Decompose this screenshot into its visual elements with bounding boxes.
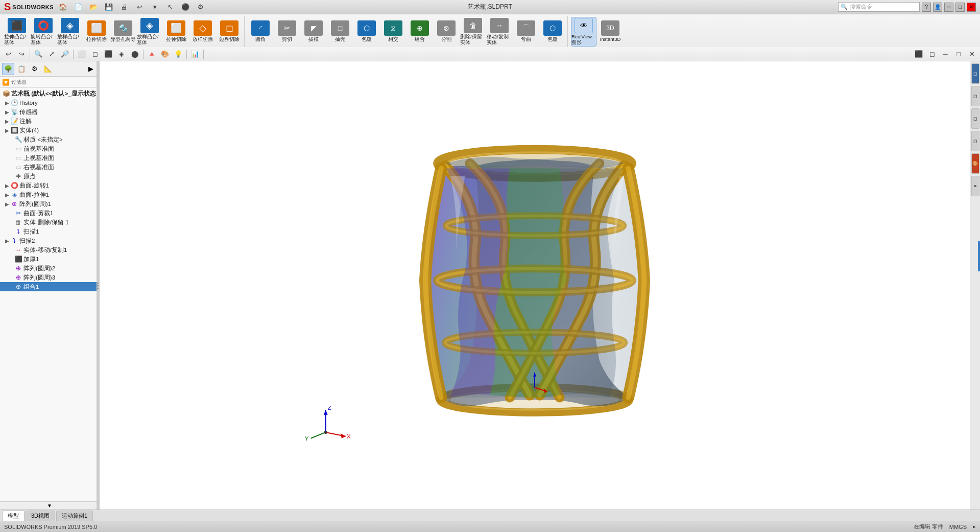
tree-pattern-circular3[interactable]: ▶ ⊕ 阵列(圆周)3 [0,273,99,282]
loft-cut-btn[interactable]: ◇ 放样切除 [190,17,216,47]
extrude-cut-btn[interactable]: ⬜ 拉伸切除 [84,17,109,47]
view-sect-btn[interactable]: ◻ [89,49,101,60]
minimize-btn[interactable]: ─ [944,3,953,12]
right-btn-2[interactable]: ◻ [971,86,979,106]
tree-combine1[interactable]: ▶ ⊕ 组合1 [0,282,99,291]
tree-right-plane[interactable]: ▶ ▭ 右视基准面 [0,163,99,172]
back-btn[interactable]: ↩ [2,49,14,60]
settings-btn[interactable]: ⚫ [179,2,192,13]
zoom-in-btn[interactable]: 🔍 [32,49,44,60]
loft-boss2-btn[interactable]: ◈ 放样凸台/基体 [137,17,162,47]
help-icon[interactable]: ? [922,3,931,12]
color-btn[interactable]: 🎨 [159,49,171,60]
restore-btn[interactable]: □ [955,3,965,12]
gear-btn[interactable]: ⚙ [195,2,207,13]
scene-btn[interactable]: 💡 [172,49,184,60]
extrude-cut2-btn[interactable]: ⬜ 拉伸切除 [163,17,189,47]
tree-solid-move1[interactable]: ▶ ↔ 实体-移动/复制1 [0,245,99,255]
right-btn-5[interactable]: 🎨 [971,153,979,174]
fillet-btn[interactable]: ◜ 圆角 [248,17,273,47]
intersect-btn[interactable]: ⧖ 相交 [380,17,406,47]
view-close-btn[interactable]: ✕ [966,49,978,60]
tree-pattern-circular2[interactable]: ▶ ⊕ 阵列(圆周)2 [0,264,99,273]
surface-revolve1-expand[interactable]: ▶ [4,182,10,189]
scroll-indicator[interactable] [978,241,980,271]
tab-motion1[interactable]: 运动算例1 [56,511,93,521]
right-btn-6[interactable]: ≡ [971,176,979,196]
sidebar-resizer[interactable] [97,61,99,510]
save-btn[interactable]: 💾 [103,2,115,13]
right-btn-3[interactable]: ◻ [971,108,979,129]
extrude-boss-btn[interactable]: ⬛ 拉伸凸台/基体 [4,17,30,47]
right-btn-1[interactable]: ◻ [971,63,979,84]
tile-btn[interactable]: ⬛ [913,49,925,60]
shell-btn[interactable]: □ 抽壳 [327,17,353,47]
tree-surface-trim1[interactable]: ▶ ✂ 曲面-剪裁1 [0,209,99,218]
annotation-tab[interactable]: 📐 [42,63,54,75]
view-min-btn[interactable]: ─ [939,49,951,60]
loft-boss-btn[interactable]: ◈ 放样凸台/基体 [57,17,83,47]
open-btn[interactable]: 📂 [87,2,100,13]
right-btn-4[interactable]: ◻ [971,131,979,151]
tree-solid-delete1[interactable]: ▶ 🗑 实体-删除/保留 1 [0,218,99,227]
tree-sensors[interactable]: ▶ 📡 传感器 [0,107,99,117]
new-btn[interactable]: 📄 [72,2,84,13]
view-orient-btn[interactable]: ⬜ [76,49,88,60]
config-tab[interactable]: ⚙ [29,63,41,75]
annotations-expand[interactable]: ▶ [4,118,10,124]
chamfer-btn[interactable]: ✂ 剪切 [274,17,300,47]
sweep2-expand[interactable]: ▶ [4,238,10,244]
shading-btn[interactable]: 🔺 [146,49,158,60]
move-body-btn[interactable]: ↔ 移动/复制实体 [487,17,512,47]
tree-top-plane[interactable]: ▶ ▭ 上视基准面 [0,153,99,163]
user-icon[interactable]: 👤 [933,3,942,12]
surface-loft1-expand[interactable]: ▶ [4,192,10,198]
hole-wizard-btn[interactable]: 🔩 异型孔向导 [110,17,136,47]
view-hide-btn[interactable]: ◈ [115,49,128,60]
tree-sweep1[interactable]: ▶ ⤵ 扫描1 [0,227,99,236]
solid-bodies-expand[interactable]: ▶ [4,127,10,133]
tab-model[interactable]: 模型 [2,511,25,521]
boundary-cut-btn[interactable]: ◻ 边界切除 [217,17,242,47]
tree-material[interactable]: ▶ 🔧 材质 <未指定> [0,135,99,144]
instant3d-btn[interactable]: 3D Instant3D [597,17,623,47]
undo-btn[interactable]: ↩ [133,2,146,13]
viewport[interactable]: Z X Y [100,61,970,510]
tree-solid-bodies[interactable]: ▶ 🔲 实体(4) [0,126,99,135]
tree-surface-loft1[interactable]: ▶ ◈ 曲面-拉伸1 [0,190,99,199]
sensors-expand[interactable]: ▶ [4,109,10,115]
view-restore-btn[interactable]: □ [952,49,965,60]
tree-history[interactable]: ▶ 🕒 History [0,98,99,107]
tree-annotations[interactable]: ▶ 📝 注解 [0,117,99,126]
window-btn[interactable]: ◻ [926,49,938,60]
tree-front-plane[interactable]: ▶ ▭ 前视基准面 [0,144,99,153]
combine-btn[interactable]: ⊕ 组合 [407,17,433,47]
tree-thicken1[interactable]: ▶ ⬛ 加厚1 [0,255,99,264]
zoom-to-fit-btn[interactable]: ⤢ [45,49,58,60]
tree-surface-revolve1[interactable]: ▶ ⭕ 曲面-旋转1 [0,181,99,190]
forward-btn[interactable]: ↪ [15,49,28,60]
redo-dropdown[interactable]: ▾ [149,2,161,13]
bend-btn[interactable]: ⌒ 弯曲 [513,17,539,47]
search-box[interactable]: 🔍 搜索命令 [838,2,920,12]
pattern-circular1-expand[interactable]: ▶ [4,201,10,207]
revolve-boss-btn[interactable]: ⭕ 旋转凸台/基体 [31,17,56,47]
split-btn[interactable]: ⊗ 分割 [434,17,459,47]
delete-body-btn[interactable]: 🗑 删除/保留实体 [460,17,486,47]
tab-3dview[interactable]: 3D视图 [26,511,55,521]
zoom-select-btn[interactable]: 🔎 [59,49,71,60]
tree-scroll-arrow[interactable]: ▼ [0,501,99,510]
select-btn[interactable]: ↖ [164,2,176,13]
sidebar-expand-btn[interactable]: ▶ [85,63,97,75]
display-btn[interactable]: 📊 [189,49,201,60]
home-btn[interactable]: 🏠 [57,2,69,13]
draft-btn[interactable]: ◤ 拔模 [301,17,326,47]
realview-btn[interactable]: 👁 RealView图形 [571,17,596,47]
tree-sweep2[interactable]: ▶ ⤵ 扫描2 [0,236,99,245]
feature-tree-tab[interactable]: 🌳 [2,63,14,75]
tree-origin[interactable]: ▶ ✚ 原点 [0,172,99,181]
feature-tree[interactable]: 📦 艺术瓶 (默认<<默认>_显示状态 1>) ▶ 🕒 History ▶ 📡 … [0,88,99,501]
view-appear-btn[interactable]: ⬤ [129,49,141,60]
close-btn[interactable]: ✕ [967,3,976,12]
history-expand[interactable]: ▶ [4,100,10,106]
